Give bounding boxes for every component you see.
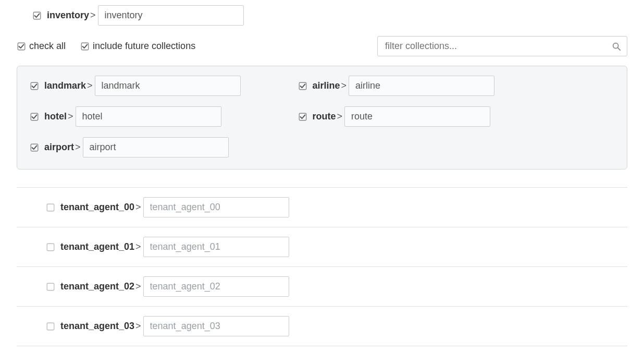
separator: > [90, 10, 96, 21]
tenant-agent-02-checkbox[interactable] [46, 282, 55, 292]
tenant-agent-01-checkbox[interactable] [46, 242, 55, 252]
svg-rect-12 [47, 283, 54, 290]
svg-rect-11 [47, 244, 54, 251]
separator: > [68, 111, 73, 122]
airport-checkbox[interactable] [30, 143, 39, 152]
tenant-agent-00-input[interactable] [143, 197, 289, 217]
inventory-input[interactable] [98, 5, 244, 26]
tenant-agent-01-label: tenant_agent_01 [60, 241, 134, 252]
separator: > [135, 202, 141, 213]
check-all-checkbox[interactable] [17, 42, 26, 51]
hotel-label: hotel [44, 111, 67, 122]
separator: > [75, 142, 81, 153]
search-icon [612, 42, 621, 51]
include-future-checkbox[interactable] [80, 42, 90, 51]
tenant-agent-00-label: tenant_agent_00 [60, 202, 134, 213]
svg-line-4 [618, 47, 621, 50]
filter-collections-input[interactable] [377, 36, 627, 56]
tenant-agent-01-input[interactable] [143, 237, 289, 257]
airline-input[interactable] [349, 76, 494, 96]
tenant-agent-03-label: tenant_agent_03 [60, 321, 134, 332]
route-label: route [313, 111, 336, 122]
hotel-checkbox[interactable] [30, 112, 39, 122]
separator: > [337, 111, 343, 122]
separator: > [87, 80, 93, 91]
route-checkbox[interactable] [298, 112, 307, 122]
separator: > [135, 281, 141, 292]
list-item: tenant_agent_03 > [17, 306, 627, 346]
inventory-label: inventory [47, 10, 89, 21]
airport-input[interactable] [83, 137, 229, 157]
landmark-label: landmark [44, 80, 86, 91]
separator: > [135, 321, 141, 332]
hotel-input[interactable] [76, 106, 221, 127]
landmark-checkbox[interactable] [30, 81, 39, 91]
include-future-label: include future collections [93, 41, 195, 52]
airline-checkbox[interactable] [298, 81, 307, 91]
list-item: tenant_agent_02 > [17, 266, 627, 306]
landmark-input[interactable] [95, 76, 241, 96]
inventory-checkbox[interactable] [32, 11, 42, 20]
tenant-agent-03-input[interactable] [143, 316, 289, 336]
check-all-label: check all [29, 41, 66, 52]
list-item: tenant_agent_00 > [17, 187, 627, 227]
tenant-agent-02-label: tenant_agent_02 [60, 281, 134, 292]
svg-rect-10 [47, 204, 54, 211]
tenant-agent-03-checkbox[interactable] [46, 322, 55, 331]
list-item: tenant_agent_01 > [17, 227, 627, 266]
airline-label: airline [313, 80, 340, 91]
route-input[interactable] [344, 106, 490, 127]
separator: > [135, 241, 141, 252]
svg-rect-13 [47, 323, 54, 330]
airport-label: airport [44, 142, 74, 153]
tenant-agent-00-checkbox[interactable] [46, 203, 55, 212]
separator: > [341, 80, 347, 91]
tenant-agent-02-input[interactable] [143, 276, 289, 297]
active-collections-panel: landmark > hotel > airport > [17, 66, 627, 169]
